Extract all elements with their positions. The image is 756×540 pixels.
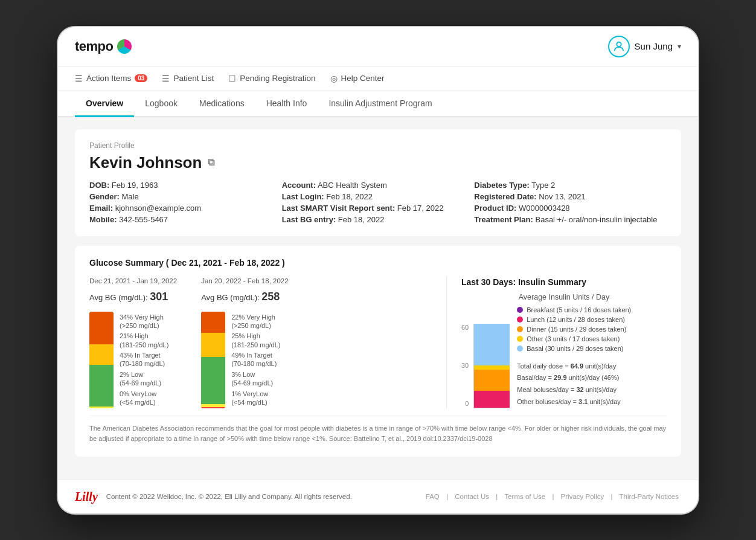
lilly-logo: Lilly [75, 490, 98, 504]
action-items-icon: ☰ [75, 74, 83, 83]
copy-icon[interactable]: ⧉ [208, 157, 214, 168]
patient-profile-card: Patient Profile Kevin Johnson ⧉ DOB: Feb… [75, 129, 681, 236]
section-divider [446, 277, 447, 408]
insulin-bar-chart: 60 30 0 [461, 324, 510, 408]
profile-grid: DOB: Feb 19, 1963 Gender: Male Email: kj… [89, 181, 667, 224]
patient-name: Kevin Johnson ⧉ [89, 153, 667, 172]
nav-item-action-items[interactable]: ☰ Action Items 03 [75, 66, 147, 91]
app-header: tempo Sun Jung ▾ [58, 27, 698, 66]
last-login-field: Last Login: Feb 18, 2022 [282, 192, 475, 201]
main-nav: ☰ Action Items 03 ☰ Patient List ☐ Pendi… [58, 66, 698, 91]
other-bar-seg [474, 365, 510, 370]
insulin-legend-stats: Breakfast (5 units / 16 doses taken) Lun… [517, 306, 631, 408]
patient-list-icon: ☰ [162, 74, 170, 83]
help-label: Help Center [341, 74, 385, 83]
bar-seg-high-1 [89, 344, 114, 365]
insulin-sub-title: Average Insulin Units / Day [461, 293, 667, 301]
footer-left: Lilly Content © 2022 Welldoc, Inc. © 202… [75, 490, 352, 504]
email-field: Email: kjohnson@example.com [89, 204, 282, 213]
footer-link-third-party[interactable]: Third-Party Notices [620, 493, 679, 500]
insulin-y-axis: 60 30 0 [461, 324, 469, 408]
bar-seg-low-1 [89, 407, 114, 408]
insulin-title: Last 30 Days: Insulin Summary [461, 277, 667, 287]
period2-stacked-bar [201, 312, 225, 408]
insulin-chart-area: 60 30 0 [461, 306, 667, 408]
period1-stacked-bar [89, 312, 114, 408]
period1-bar-chart: 34% Very High(>250 mg/dL) 21% High(181-2… [89, 312, 177, 408]
profile-section-label: Patient Profile [89, 141, 667, 150]
glucose-period-2: Jan 20, 2022 - Feb 18, 2022 Avg BG (mg/d… [201, 277, 289, 408]
period2-bar-labels: 22% Very High(>250 mg/dL) 25% High(181-2… [231, 312, 280, 408]
bar-seg-very-high-1 [89, 312, 114, 344]
footer-separator-1: | [446, 493, 450, 500]
insulin-stats: Total daily dose = 64.9 unit(s)/day Basa… [517, 361, 631, 408]
basal-dot [517, 346, 523, 352]
profile-col-3: Diabetes Type: Type 2 Registered Date: N… [474, 181, 667, 224]
period2-avg-bg: Avg BG (mg/dL): 258 [201, 291, 289, 303]
last-bg-field: Last BG entry: Feb 18, 2022 [282, 215, 475, 224]
breakfast-dot [517, 307, 523, 313]
legend-basal: Basal (30 units / 29 doses taken) [517, 345, 631, 352]
nav-item-pending-registration[interactable]: ☐ Pending Registration [228, 66, 315, 91]
dinner-bar-seg [474, 370, 510, 391]
sub-nav: Overview Logbook Medications Health Info… [58, 91, 698, 117]
tab-insulin-adjustment[interactable]: Insulin Adjustment Program [318, 91, 443, 117]
period1-label: Dec 21, 2021 - Jan 19, 2022 [89, 277, 177, 284]
tab-logbook[interactable]: Logbook [134, 91, 188, 117]
footer-copyright: Content © 2022 Welldoc, Inc. © 2022, Eli… [106, 493, 352, 500]
logo: tempo [75, 39, 132, 54]
insulin-legend: Breakfast (5 units / 16 doses taken) Lun… [517, 306, 631, 352]
action-items-badge: 03 [135, 74, 147, 82]
glucose-summary-title: Glucose Summary ( Dec 21, 2021 - Feb 18,… [89, 258, 667, 268]
nav-item-patient-list[interactable]: ☰ Patient List [162, 66, 214, 91]
svg-point-0 [617, 42, 621, 46]
logo-text: tempo [75, 39, 114, 54]
help-icon: ◎ [330, 74, 338, 83]
bar-seg-target-1 [89, 365, 114, 407]
dob-field: DOB: Feb 19, 1963 [89, 181, 282, 190]
disclaimer: The American Diabetes Association recomm… [89, 416, 667, 445]
bar-seg-target-2 [201, 357, 225, 404]
nav-item-help-center[interactable]: ◎ Help Center [330, 66, 385, 91]
profile-col-1: DOB: Feb 19, 1963 Gender: Male Email: kj… [89, 181, 282, 224]
footer-link-contact[interactable]: Contact Us [455, 493, 489, 500]
footer-separator-4: | [610, 493, 614, 500]
gender-field: Gender: Male [89, 192, 282, 201]
main-content: Patient Profile Kevin Johnson ⧉ DOB: Feb… [58, 117, 698, 480]
action-items-label: Action Items [86, 74, 131, 83]
footer-separator-2: | [496, 493, 499, 500]
basal-bar-seg [474, 324, 510, 366]
glucose-period-1: Dec 21, 2021 - Jan 19, 2022 Avg BG (mg/d… [89, 277, 177, 408]
product-id-field: Product ID: W0000003428 [474, 204, 667, 213]
chevron-down-icon: ▾ [678, 42, 681, 51]
registered-date-field: Registered Date: Nov 13, 2021 [474, 192, 667, 201]
tab-health-info[interactable]: Health Info [255, 91, 318, 117]
dinner-dot [517, 326, 523, 332]
mobile-field: Mobile: 342-555-5467 [89, 215, 282, 224]
bar-seg-very-low-2 [201, 407, 225, 408]
tab-overview[interactable]: Overview [75, 91, 134, 117]
footer-link-terms[interactable]: Terms of Use [504, 493, 545, 500]
account-field: Account: ABC Health System [282, 181, 475, 190]
logo-circle-icon [117, 39, 132, 54]
user-name: Sun Jung [635, 41, 673, 51]
footer-link-privacy[interactable]: Privacy Policy [561, 493, 604, 500]
user-avatar-icon [608, 36, 630, 57]
pending-reg-icon: ☐ [228, 74, 236, 83]
device-frame: tempo Sun Jung ▾ ☰ Action Items 03 ☰ Pat… [58, 27, 698, 513]
treatment-plan-field: Treatment Plan: Basal +/- oral/non-insul… [474, 215, 667, 224]
diabetes-type-field: Diabetes Type: Type 2 [474, 181, 667, 190]
pending-reg-label: Pending Registration [240, 74, 315, 83]
user-area[interactable]: Sun Jung ▾ [608, 36, 681, 57]
tab-medications[interactable]: Medications [188, 91, 255, 117]
profile-col-2: Account: ABC Health System Last Login: F… [282, 181, 475, 224]
footer-links: FAQ | Contact Us | Terms of Use | Privac… [423, 493, 681, 500]
legend-dinner: Dinner (15 units / 29 doses taken) [517, 326, 631, 333]
footer-link-faq[interactable]: FAQ [426, 493, 440, 500]
period1-bar-labels: 34% Very High(>250 mg/dL) 21% High(181-2… [120, 312, 168, 408]
period1-avg-bg: Avg BG (mg/dL): 301 [89, 291, 177, 303]
period2-bar-chart: 22% Very High(>250 mg/dL) 25% High(181-2… [201, 312, 289, 408]
charts-row: Dec 21, 2021 - Jan 19, 2022 Avg BG (mg/d… [89, 277, 667, 408]
charts-card: Glucose Summary ( Dec 21, 2021 - Feb 18,… [75, 246, 681, 457]
lunch-dot [517, 317, 523, 323]
